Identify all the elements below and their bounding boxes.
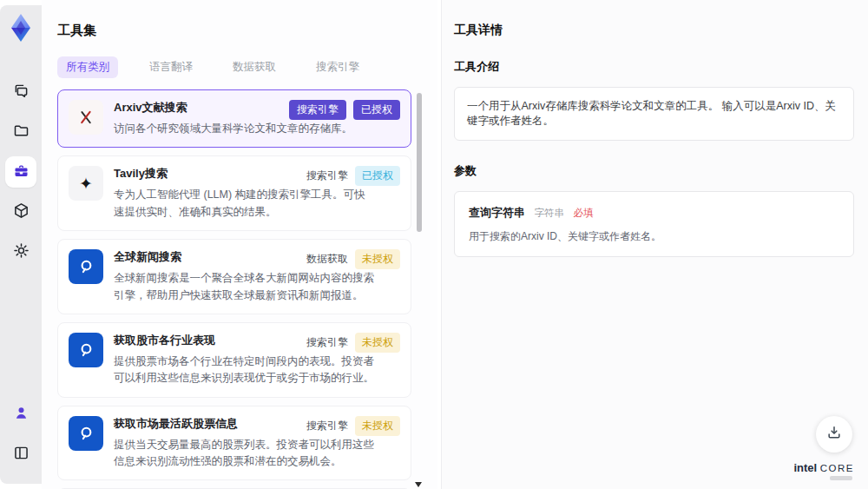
intel-core-logo: intel core — [793, 462, 854, 481]
icon-rail — [0, 5, 42, 484]
category-badge: 搜索引擎 — [306, 419, 348, 433]
tool-card-global-news[interactable]: 全球新闻搜索 全球新闻搜索是一个聚合全球各大新闻网站内容的搜索引擎，帮助用户快速… — [57, 239, 411, 314]
category-badge: 搜索引擎 — [289, 100, 346, 120]
tool-description: 全球新闻搜索是一个聚合全球各大新闻网站内容的搜索引擎，帮助用户快速获取全球最新资… — [114, 270, 374, 304]
blue-search-icon — [69, 416, 103, 451]
tool-description: 提供股票市场各个行业在特定时间段内的表现。投资者可以利用这些信息来识别表现优于或… — [114, 354, 374, 387]
intel-brand-text: intel — [793, 461, 817, 474]
cube-icon — [12, 202, 30, 223]
blue-search-icon — [69, 333, 103, 367]
app-window: 工具集 所有类别 语言翻译 数据获取 搜索引擎 Arxiv文献搜索 访问各个研究… — [0, 0, 868, 489]
sidebar-item-packages[interactable] — [5, 196, 36, 228]
tool-description: 访问各个研究领域大量科学论文和文章的存储库。 — [114, 121, 374, 137]
parameter-required-flag: 必填 — [573, 208, 593, 218]
panel-icon — [12, 444, 30, 466]
scrollbar-thumb[interactable] — [417, 93, 422, 232]
tab-all-categories[interactable]: 所有类别 — [57, 56, 118, 78]
sidebar-item-files[interactable] — [5, 116, 36, 148]
tab-data-fetching[interactable]: 数据获取 — [224, 56, 285, 78]
sidebar-item-toolbox[interactable] — [5, 156, 36, 188]
download-button[interactable] — [816, 416, 852, 453]
user-icon — [12, 404, 30, 426]
tool-card-tavily[interactable]: ✦ Tavily搜索 专为人工智能代理 (LLM) 构建的搜索引擎工具。可快速提… — [57, 155, 411, 231]
download-icon — [825, 424, 843, 445]
auth-status-badge: 未授权 — [355, 416, 400, 436]
parameter-name: 查询字符串 — [469, 206, 525, 219]
sidebar-item-settings[interactable] — [5, 236, 36, 268]
tool-intro-box: 一个用于从Arxiv存储库搜索科学论文和文章的工具。 输入可以是Arxiv ID… — [454, 87, 854, 141]
sidebar-item-chat[interactable] — [5, 76, 36, 108]
tab-language-translation[interactable]: 语言翻译 — [141, 56, 201, 78]
app-logo — [5, 12, 36, 43]
sidebar-item-account[interactable] — [5, 399, 36, 430]
core-brand-text: core — [820, 463, 854, 473]
category-tabs: 所有类别 语言翻译 数据获取 搜索引擎 — [57, 56, 422, 78]
folder-icon — [12, 122, 30, 143]
parameter-description: 用于搜索的Arxiv ID、关键字或作者姓名。 — [469, 229, 839, 244]
parameter-card: 查询字符串 字符串 必填 用于搜索的Arxiv ID、关键字或作者姓名。 — [454, 191, 854, 257]
arxiv-icon — [69, 100, 103, 135]
auth-status-badge: 未授权 — [355, 333, 400, 353]
intro-section-title: 工具介绍 — [454, 59, 854, 75]
tab-search-engine[interactable]: 搜索引擎 — [307, 56, 368, 78]
toolbox-icon — [12, 162, 30, 183]
sidebar-item-panel-toggle[interactable] — [5, 439, 36, 470]
tavily-star-icon: ✦ — [69, 166, 103, 201]
category-badge: 数据获取 — [306, 252, 348, 267]
parameter-type: 字符串 — [534, 208, 564, 218]
intel-logo-subbar — [830, 476, 852, 480]
auth-status-badge: 已授权 — [355, 166, 400, 186]
tool-description: 提供当天交易量最高的股票列表。投资者可以利用这些信息来识别流动性强的股票和潜在的… — [114, 437, 374, 471]
scrollbar-down-arrow-icon[interactable] — [415, 482, 422, 487]
tool-list-panel: 工具集 所有类别 语言翻译 数据获取 搜索引擎 Arxiv文献搜索 访问各个研究… — [42, 0, 437, 489]
auth-status-badge: 未授权 — [355, 249, 400, 269]
tool-card-list: Arxiv文献搜索 访问各个研究领域大量科学论文和文章的存储库。 搜索引擎 已授… — [57, 89, 422, 489]
settings-icon — [12, 241, 30, 263]
tool-description: 专为人工智能代理 (LLM) 构建的搜索引擎工具。可快速提供实时、准确和真实的结… — [114, 187, 374, 221]
chat-icon — [12, 82, 30, 103]
params-section-title: 参数 — [454, 163, 854, 179]
auth-status-badge: 已授权 — [353, 100, 400, 120]
page-title: 工具集 — [57, 23, 422, 39]
tool-card-arxiv[interactable]: Arxiv文献搜索 访问各个研究领域大量科学论文和文章的存储库。 搜索引擎 已授… — [57, 89, 411, 148]
tool-card-sector-performance[interactable]: 获取股市各行业表现 提供股票市场各个行业在特定时间段内的表现。投资者可以利用这些… — [57, 322, 411, 398]
tool-card-most-active-stocks[interactable]: 获取市场最活跃股票信息 提供当天交易量最高的股票列表。投资者可以利用这些信息来识… — [57, 406, 411, 481]
category-badge: 搜索引擎 — [306, 169, 348, 183]
detail-title: 工具详情 — [454, 23, 854, 38]
tool-detail-panel: 工具详情 工具介绍 一个用于从Arxiv存储库搜索科学论文和文章的工具。 输入可… — [441, 0, 868, 489]
list-scrollbar[interactable] — [416, 91, 422, 489]
blue-search-icon — [69, 249, 103, 284]
category-badge: 搜索引擎 — [306, 335, 348, 350]
